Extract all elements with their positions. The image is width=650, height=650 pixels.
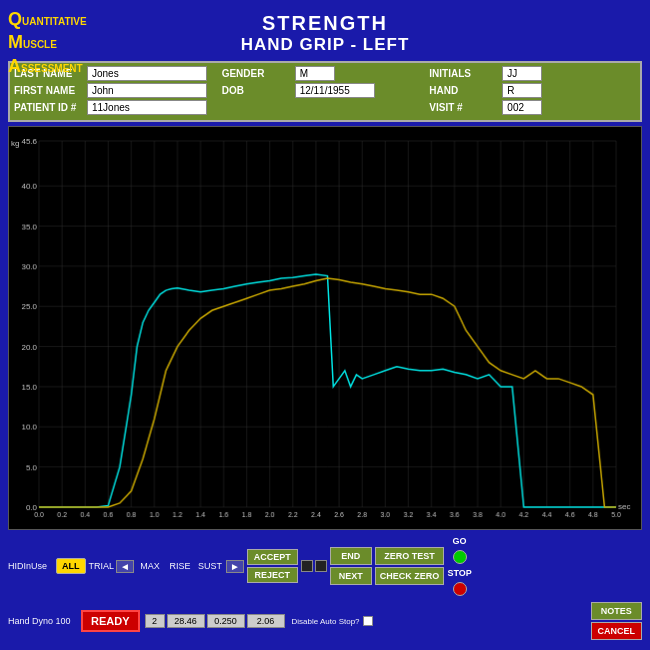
gender-row: GENDER M (222, 66, 429, 81)
patient-col3: INITIALS JJ HAND R VISIT # 002 (429, 66, 636, 117)
hand-row: HAND R (429, 83, 636, 98)
stop-label: STOP (447, 568, 471, 578)
first-name-value[interactable]: John (87, 83, 207, 98)
dob-label: DOB (222, 85, 292, 96)
dob-row: DOB 12/11/1955 (222, 83, 429, 98)
accept-reject-section: ACCEPT REJECT (247, 549, 298, 583)
patient-id-value[interactable]: 11Jones (87, 100, 207, 115)
notes-button[interactable]: NOTES (591, 602, 643, 620)
device-label: Hand Dyno 100 (8, 616, 78, 626)
trial-section: TRIAL ◄ MAX RISE SUST ► (89, 560, 244, 573)
main-container: QUANTITATIVE MUSCLE ASSESSMENT STRENGTH … (0, 0, 650, 650)
accept-indicator (301, 560, 313, 572)
patient-id-label: PATIENT ID # (14, 102, 84, 113)
initials-value[interactable]: JJ (502, 66, 542, 81)
go-light[interactable] (453, 550, 467, 564)
rise-value: 0.250 (207, 614, 245, 628)
controls-row2: Hand Dyno 100 READY 2 28.46 0.250 2.06 D… (8, 600, 642, 642)
indicator-boxes (301, 560, 327, 572)
end-zero-section: END NEXT (330, 547, 372, 585)
sust-col-label: SUST (196, 561, 224, 571)
rise-col-label: RISE (166, 561, 194, 571)
zero-check-section: ZERO TEST CHECK ZERO (375, 547, 445, 585)
title-area: STRENGTH HAND GRIP - LEFT (241, 12, 410, 55)
chart-area (8, 126, 642, 530)
patient-id-row: PATIENT ID # 11Jones (14, 100, 221, 115)
accept-button[interactable]: ACCEPT (247, 549, 298, 565)
trial-prev-button[interactable]: ◄ (116, 560, 134, 573)
max-col-label: MAX (136, 561, 164, 571)
check-zero-button[interactable]: CHECK ZERO (375, 567, 445, 585)
bottom-section: HIDInUse ALL TRIAL ◄ MAX RISE SUST ► ACC… (8, 534, 642, 642)
go-label: GO (453, 536, 467, 546)
visit-label: VISIT # (429, 102, 499, 113)
notes-cancel-section: NOTES CANCEL (591, 602, 643, 640)
stop-light[interactable] (453, 582, 467, 596)
hid-label: HIDInUse (8, 561, 53, 571)
end-button[interactable]: END (330, 547, 372, 565)
hand-value[interactable]: R (502, 83, 542, 98)
header: QUANTITATIVE MUSCLE ASSESSMENT STRENGTH … (8, 8, 642, 57)
sust-value: 2.06 (247, 614, 285, 628)
trial-next-button[interactable]: ► (226, 560, 244, 573)
visit-row: VISIT # 002 (429, 100, 636, 115)
title-main: STRENGTH (241, 12, 410, 35)
cancel-button[interactable]: CANCEL (591, 622, 643, 640)
disable-checkbox[interactable] (363, 616, 373, 626)
gender-label: GENDER (222, 68, 292, 79)
logo: QUANTITATIVE MUSCLE ASSESSMENT (8, 8, 108, 78)
initials-label: INITIALS (429, 68, 499, 79)
visit-value[interactable]: 002 (502, 100, 542, 115)
trial-values-row: 2 28.46 0.250 2.06 (145, 614, 285, 628)
patient-col2: GENDER M DOB 12/11/1955 (222, 66, 429, 117)
next-button[interactable]: NEXT (330, 567, 372, 585)
trial-label: TRIAL (89, 561, 115, 571)
main-chart (9, 127, 641, 529)
ready-button[interactable]: READY (81, 610, 140, 632)
initials-row: INITIALS JJ (429, 66, 636, 81)
first-name-label: FIRST NAME (14, 85, 84, 96)
all-button[interactable]: ALL (56, 558, 86, 574)
logo-text: QUANTITATIVE MUSCLE ASSESSMENT (8, 8, 108, 78)
trial-num-value: 2 (145, 614, 165, 628)
dob-value[interactable]: 12/11/1955 (295, 83, 375, 98)
zero-test-button[interactable]: ZERO TEST (375, 547, 445, 565)
reject-indicator (315, 560, 327, 572)
title-sub: HAND GRIP - LEFT (241, 35, 410, 55)
hand-label: HAND (429, 85, 499, 96)
gender-value[interactable]: M (295, 66, 335, 81)
first-name-row: FIRST NAME John (14, 83, 221, 98)
controls-row1: HIDInUse ALL TRIAL ◄ MAX RISE SUST ► ACC… (8, 534, 642, 598)
max-value: 28.46 (167, 614, 205, 628)
disable-row: Disable Auto Stop? (292, 616, 373, 626)
go-stop-section: GO STOP (447, 536, 471, 596)
disable-label: Disable Auto Stop? (292, 617, 360, 626)
reject-button[interactable]: REJECT (247, 567, 298, 583)
